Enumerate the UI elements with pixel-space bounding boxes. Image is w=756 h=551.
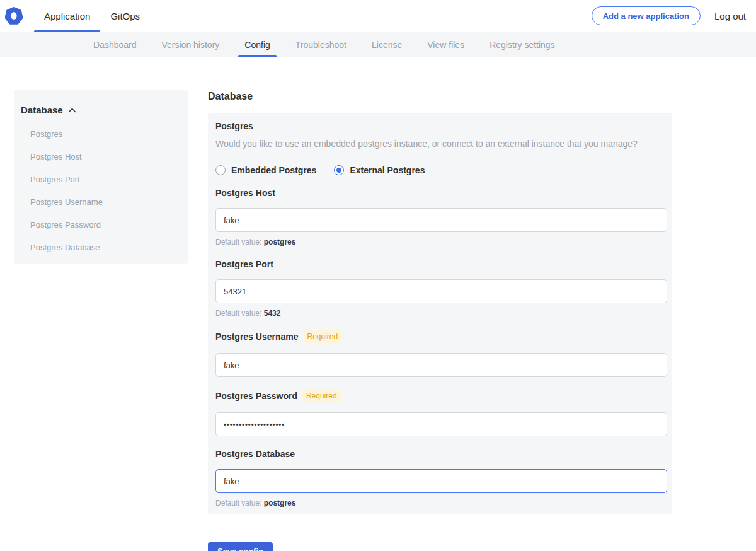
top-nav-right: Add a new application Log out [592, 6, 746, 25]
chevron-up-icon [68, 108, 76, 113]
radio-embedded-postgres[interactable]: Embedded Postgres [215, 165, 316, 175]
postgres-host-input[interactable] [215, 208, 667, 232]
radio-label: Embedded Postgres [231, 165, 316, 175]
field-postgres-database: Postgres Database Default value: postgre… [215, 449, 666, 508]
tab-view-files[interactable]: View files [415, 32, 477, 57]
app-tab-bar: Dashboard Version history Config Trouble… [0, 32, 756, 57]
postgres-password-input[interactable] [215, 412, 667, 436]
field-postgres-username: Postgres Username Required [215, 330, 666, 377]
required-badge: Required [304, 330, 342, 343]
tab-troubleshoot[interactable]: Troubleshoot [283, 32, 359, 57]
radio-circle-icon [215, 165, 226, 175]
default-value-hint: Default value: postgres [215, 499, 666, 508]
sidebar-item-postgres[interactable]: Postgres [30, 129, 180, 139]
default-value-hint: Default value: 5432 [215, 309, 666, 318]
sidebar-item-postgres-database[interactable]: Postgres Database [30, 243, 180, 252]
tab-version-history[interactable]: Version history [149, 32, 232, 57]
field-label: Postgres Port [215, 259, 273, 269]
sidebar-item-postgres-password[interactable]: Postgres Password [30, 220, 180, 229]
top-tab-application[interactable]: Application [34, 0, 100, 32]
logout-link[interactable]: Log out [714, 11, 746, 21]
postgres-database-input[interactable] [215, 469, 667, 493]
app-logo-icon [5, 7, 23, 25]
sidebar-group-database[interactable]: Database [21, 105, 180, 115]
tab-license[interactable]: License [359, 32, 415, 57]
field-postgres-host: Postgres Host Default value: postgres [215, 188, 666, 246]
postgres-username-input[interactable] [215, 353, 667, 377]
config-page: Database Postgres Postgres Host Postgres… [0, 57, 756, 551]
field-postgres-password: Postgres Password Required [215, 390, 666, 436]
tab-config[interactable]: Config [232, 32, 282, 57]
field-label: Postgres Password [215, 391, 297, 401]
tab-dashboard[interactable]: Dashboard [81, 32, 149, 57]
save-config-button[interactable]: Save config [208, 542, 273, 551]
sidebar-item-list: Postgres Postgres Host Postgres Port Pos… [21, 129, 180, 252]
field-label: Postgres Database [215, 449, 295, 459]
postgres-mode-radio-group: Embedded Postgres External Postgres [215, 165, 666, 175]
tab-registry-settings[interactable]: Registry settings [477, 32, 567, 57]
top-tab-gitops[interactable]: GitOps [100, 0, 150, 32]
top-nav: Application GitOps Add a new application… [0, 0, 756, 32]
top-tab-label: GitOps [110, 11, 140, 21]
sidebar-item-postgres-port[interactable]: Postgres Port [30, 175, 180, 184]
config-main: Database Postgres Would you like to use … [208, 91, 672, 551]
default-value-hint: Default value: postgres [215, 238, 666, 246]
radio-circle-icon [334, 165, 344, 175]
sidebar-item-postgres-host[interactable]: Postgres Host [30, 152, 180, 161]
field-label: Postgres Username [215, 332, 299, 342]
config-sidebar: Database Postgres Postgres Host Postgres… [14, 90, 188, 264]
top-tab-label: Application [44, 11, 90, 21]
add-application-button[interactable]: Add a new application [592, 6, 701, 25]
top-tab-bar: Application GitOps [34, 0, 150, 32]
postgres-port-input[interactable] [215, 279, 667, 303]
sidebar-item-postgres-username[interactable]: Postgres Username [30, 197, 180, 207]
radio-label: External Postgres [350, 165, 425, 175]
config-group-card: Postgres Would you like to use an embedd… [208, 113, 672, 514]
group-help-text: Would you like to use an embedded postgr… [215, 139, 666, 149]
radio-external-postgres[interactable]: External Postgres [334, 165, 425, 175]
field-postgres-port: Postgres Port Default value: 5432 [215, 259, 666, 318]
field-label: Postgres Host [215, 188, 275, 198]
sidebar-group-label: Database [21, 105, 63, 115]
required-badge: Required [302, 390, 341, 402]
group-title: Postgres [215, 121, 666, 131]
section-heading: Database [208, 91, 672, 102]
